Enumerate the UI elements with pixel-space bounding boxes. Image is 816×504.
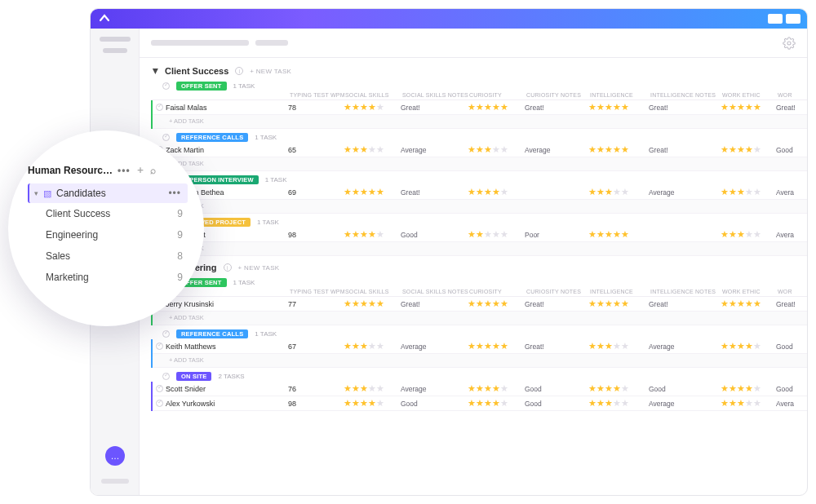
- window-control-min[interactable]: [768, 14, 783, 24]
- star-icon: ★: [721, 299, 729, 308]
- status-chip[interactable]: OFFER SENT: [176, 82, 227, 91]
- star-rating[interactable]: ★★★★★: [468, 145, 525, 154]
- task-row[interactable]: Scott Snider76★★★★★Average★★★★★Good★★★★★…: [153, 382, 807, 396]
- star-rating[interactable]: ★★★★★: [588, 299, 649, 308]
- search-icon[interactable]: ⌕: [150, 165, 156, 176]
- star-icon: ★: [376, 299, 384, 308]
- star-rating[interactable]: ★★★★★: [588, 399, 649, 408]
- task-row[interactable]: Alexandra Bethea69★★★★★Great!★★★★★★★★★★A…: [153, 185, 807, 200]
- star-icon: ★: [753, 230, 761, 239]
- task-row[interactable]: Brandi West98★★★★★Good★★★★★Poor★★★★★★★★★…: [153, 228, 807, 242]
- star-icon: ★: [729, 299, 737, 308]
- star-rating[interactable]: ★★★★★: [344, 399, 401, 408]
- add-task-button[interactable]: + ADD TASK: [153, 242, 807, 256]
- circle-check-icon[interactable]: [162, 330, 170, 338]
- circle-check-icon[interactable]: [156, 385, 163, 392]
- group-header[interactable]: ▶Engineeringi+ NEW TASK: [151, 258, 807, 276]
- chat-bubble-icon[interactable]: [105, 446, 125, 466]
- new-task-button[interactable]: + NEW TASK: [238, 264, 280, 272]
- task-row[interactable]: Jerry Krusinski77★★★★★Great!★★★★★Great!★…: [153, 297, 807, 312]
- circle-check-icon[interactable]: [162, 82, 170, 90]
- star-icon: ★: [368, 230, 376, 239]
- task-row[interactable]: Zack Martin65★★★★★Average★★★★★Average★★★…: [153, 143, 807, 157]
- more-icon[interactable]: •••: [118, 165, 131, 176]
- add-task-button[interactable]: + ADD TASK: [153, 354, 807, 368]
- group-header[interactable]: ▶Client Successi+ NEW TASK: [151, 61, 807, 79]
- star-rating[interactable]: ★★★★★: [588, 230, 649, 239]
- star-icon: ★: [605, 399, 613, 408]
- add-task-button[interactable]: + ADD TASK: [153, 115, 807, 129]
- curiosity-notes: Good: [525, 385, 588, 393]
- star-icon: ★: [360, 299, 368, 308]
- star-icon: ★: [621, 384, 629, 393]
- circle-check-icon[interactable]: [162, 373, 170, 380]
- star-rating[interactable]: ★★★★★: [344, 230, 401, 239]
- star-rating[interactable]: ★★★★★: [588, 103, 649, 112]
- star-rating[interactable]: ★★★★★: [344, 384, 401, 393]
- status-chip[interactable]: REFERENCE CALLS: [176, 329, 248, 338]
- star-rating[interactable]: ★★★★★: [468, 399, 525, 408]
- sidebar-folder-candidates[interactable]: ▾ ▧ Candidates •••: [28, 183, 188, 203]
- circle-check-icon[interactable]: [156, 104, 163, 111]
- sidebar-item-client-success[interactable]: Client Success 9: [28, 203, 188, 224]
- add-task-button[interactable]: + ADD TASK: [153, 312, 807, 325]
- sidebar-space-header[interactable]: Human Resourc… ••• ＋ ⌕: [28, 163, 188, 177]
- star-icon: ★: [484, 384, 492, 393]
- status-chip[interactable]: REFERENCE CALLS: [176, 133, 248, 142]
- add-task-button[interactable]: + ADD TASK: [153, 200, 807, 214]
- task-row[interactable]: Alex Yurkowski98★★★★★Good★★★★★Good★★★★★A…: [153, 396, 807, 411]
- new-task-button[interactable]: + NEW TASK: [250, 68, 291, 75]
- more-icon[interactable]: •••: [168, 188, 181, 199]
- task-row[interactable]: Faisal Malas78★★★★★Great!★★★★★Great!★★★★…: [153, 100, 807, 115]
- star-rating[interactable]: ★★★★★: [721, 230, 776, 239]
- star-rating[interactable]: ★★★★★: [721, 399, 776, 408]
- plus-icon[interactable]: ＋: [135, 163, 145, 177]
- star-icon: ★: [484, 188, 492, 197]
- circle-check-icon[interactable]: [162, 134, 170, 141]
- star-icon: ★: [344, 103, 352, 112]
- star-icon: ★: [729, 230, 737, 239]
- sidebar-item-engineering[interactable]: Engineering 9: [28, 224, 188, 245]
- star-rating[interactable]: ★★★★★: [588, 342, 649, 351]
- window-control-max[interactable]: [786, 14, 800, 24]
- star-rating[interactable]: ★★★★★: [468, 384, 525, 393]
- star-rating[interactable]: ★★★★★: [588, 384, 649, 393]
- circle-check-icon[interactable]: [156, 343, 163, 350]
- star-rating[interactable]: ★★★★★: [721, 103, 776, 112]
- star-rating[interactable]: ★★★★★: [721, 188, 776, 197]
- work-notes: Good: [776, 343, 807, 351]
- star-rating[interactable]: ★★★★★: [344, 103, 401, 112]
- star-icon: ★: [753, 342, 761, 351]
- star-rating[interactable]: ★★★★★: [588, 145, 649, 154]
- star-icon: ★: [476, 399, 484, 408]
- sidebar-item-marketing[interactable]: Marketing 9: [28, 267, 188, 288]
- info-icon[interactable]: i: [224, 263, 232, 272]
- sidebar-item-sales[interactable]: Sales 8: [28, 245, 188, 267]
- status-chip[interactable]: ON SITE: [176, 372, 211, 381]
- info-icon[interactable]: i: [235, 67, 243, 75]
- sidebar-item-count: 9: [177, 229, 183, 241]
- intel-notes: Average: [649, 400, 721, 408]
- star-rating[interactable]: ★★★★★: [588, 188, 649, 197]
- star-rating[interactable]: ★★★★★: [468, 188, 525, 197]
- star-rating[interactable]: ★★★★★: [721, 145, 776, 154]
- task-count: 1 TASK: [255, 134, 277, 141]
- add-task-button[interactable]: + ADD TASK: [153, 157, 807, 171]
- star-rating[interactable]: ★★★★★: [721, 384, 776, 393]
- star-rating[interactable]: ★★★★★: [468, 230, 525, 239]
- star-rating[interactable]: ★★★★★: [344, 342, 401, 351]
- star-rating[interactable]: ★★★★★: [344, 145, 401, 154]
- star-rating[interactable]: ★★★★★: [344, 299, 401, 308]
- star-icon: ★: [605, 342, 613, 351]
- star-icon: ★: [596, 145, 605, 154]
- star-rating[interactable]: ★★★★★: [468, 103, 525, 112]
- star-icon: ★: [729, 399, 737, 408]
- star-rating[interactable]: ★★★★★: [721, 299, 776, 308]
- circle-check-icon[interactable]: [156, 400, 163, 407]
- star-rating[interactable]: ★★★★★: [721, 342, 776, 351]
- task-row[interactable]: Keith Matthews67★★★★★Average★★★★★Great!★…: [153, 339, 807, 354]
- gear-icon[interactable]: [783, 37, 796, 50]
- star-rating[interactable]: ★★★★★: [468, 342, 525, 351]
- star-rating[interactable]: ★★★★★: [344, 188, 401, 197]
- star-rating[interactable]: ★★★★★: [468, 299, 525, 308]
